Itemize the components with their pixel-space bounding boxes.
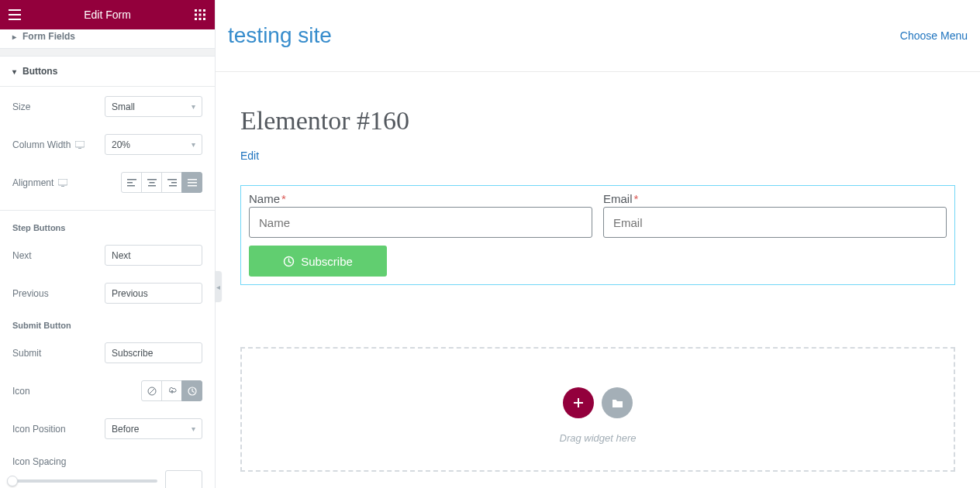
editor-sidebar: Edit Form ▸ Form Fields ▾ Buttons Size [0,0,216,488]
svg-rect-22 [167,179,177,180]
section-label: Form Fields [22,31,75,42]
section-buttons[interactable]: ▾ Buttons [0,57,215,87]
svg-rect-1 [9,14,21,15]
template-library-button[interactable] [602,387,633,418]
choose-menu-link[interactable]: Choose Menu [900,29,968,42]
align-justify-button[interactable] [181,172,202,193]
subscribe-button-label: Subscribe [301,255,353,268]
alignment-group [121,172,202,193]
svg-rect-12 [75,141,85,147]
alignment-label: Alignment [12,177,67,188]
sidebar-panel-body[interactable]: ▸ Form Fields ▾ Buttons Size Small ▾ Col… [0,29,215,488]
icon-upload-button[interactable] [161,380,182,401]
edit-link[interactable]: Edit [240,149,259,162]
control-column-width: Column Width 20% ▾ [12,134,202,155]
icon-spacing-input[interactable] [165,470,202,488]
svg-rect-24 [169,185,177,187]
chevron-down-icon: ▾ [192,140,195,149]
svg-rect-9 [195,18,197,20]
label-text: Name [249,192,280,205]
size-select[interactable]: Small ▾ [105,96,202,117]
icon-position-label: Icon Position [12,424,66,435]
section-form-fields-collapsed[interactable]: ▸ Form Fields [0,29,215,49]
svg-rect-2 [9,19,21,20]
icon-position-select[interactable]: Before ▾ [105,418,202,439]
caret-down-icon: ▾ [12,67,16,76]
control-alignment: Alignment [12,172,202,193]
icon-none-button[interactable] [141,380,162,401]
label-text: Alignment [12,177,53,188]
email-input[interactable] [603,207,947,238]
svg-rect-18 [127,185,135,187]
dropzone-text: Drag widget here [257,432,938,444]
svg-rect-5 [203,9,205,12]
svg-rect-25 [188,179,197,180]
subscribe-button[interactable]: Subscribe [249,246,387,277]
control-previous: Previous [12,283,202,304]
label-text: Column Width [12,139,71,150]
widget-dropzone[interactable]: Drag widget here [240,347,955,472]
site-header: testing site Choose Menu [216,0,980,72]
icon-library-button[interactable] [181,380,202,401]
next-label: Next [12,250,32,261]
svg-rect-11 [203,18,205,20]
sidebar-title: Edit Form [22,9,193,21]
control-submit: Submit [12,342,202,363]
svg-rect-21 [148,185,156,187]
form-fields-row: Name* Email* [249,192,947,238]
email-label: Email* [603,192,947,205]
svg-rect-4 [199,9,202,12]
control-next: Next [12,245,202,266]
svg-line-29 [149,388,154,393]
name-input[interactable] [249,207,592,238]
icon-position-value: Before [112,424,139,435]
column-width-label: Column Width [12,139,85,150]
widgets-grid-icon[interactable] [193,8,207,22]
svg-rect-16 [127,179,136,180]
form-widget[interactable]: Name* Email* Subscribe [240,185,955,285]
menu-icon[interactable] [8,8,22,22]
icon-spacing-slider[interactable] [12,479,157,483]
icon-group [141,380,202,401]
svg-rect-19 [147,179,157,180]
section-label: Buttons [22,66,57,77]
svg-rect-0 [9,9,21,11]
site-title[interactable]: testing site [228,23,332,48]
responsive-icon[interactable] [58,179,67,187]
align-left-button[interactable] [121,172,142,193]
chevron-down-icon: ▾ [192,424,195,433]
align-center-button[interactable] [141,172,162,193]
add-section-button[interactable] [563,387,594,418]
responsive-icon[interactable] [75,141,85,149]
divider [0,210,215,211]
step-buttons-heading: Step Buttons [12,223,202,232]
previous-input[interactable] [105,283,202,304]
size-select-value: Small [112,101,135,112]
control-size: Size Small ▾ [12,96,202,117]
align-right-button[interactable] [161,172,182,193]
submit-label: Submit [12,348,41,359]
section-buttons-controls: Size Small ▾ Column Width [0,87,215,488]
submit-input[interactable] [105,342,202,363]
column-width-value: 20% [112,139,130,150]
submit-button-heading: Submit Button [12,321,202,330]
svg-rect-13 [78,148,81,149]
size-label: Size [12,101,30,112]
svg-rect-33 [574,402,583,404]
column-width-select[interactable]: 20% ▾ [105,134,202,155]
section-gap [0,49,215,57]
slider-thumb[interactable] [7,476,18,486]
preview-area: testing site Choose Menu Elementor #160 … [216,0,980,488]
sidebar-header: Edit Form [0,0,215,29]
caret-right-icon: ▸ [12,33,16,41]
control-icon-spacing [12,470,202,488]
label-text: Email [603,192,633,205]
sidebar-collapse-handle[interactable]: ◂ [215,271,222,302]
required-mark: * [634,192,639,205]
svg-rect-3 [195,9,197,12]
next-input[interactable] [105,245,202,266]
previous-label: Previous [12,288,49,299]
svg-rect-15 [61,186,64,187]
icon-label: Icon [12,386,30,397]
svg-rect-7 [199,14,202,16]
